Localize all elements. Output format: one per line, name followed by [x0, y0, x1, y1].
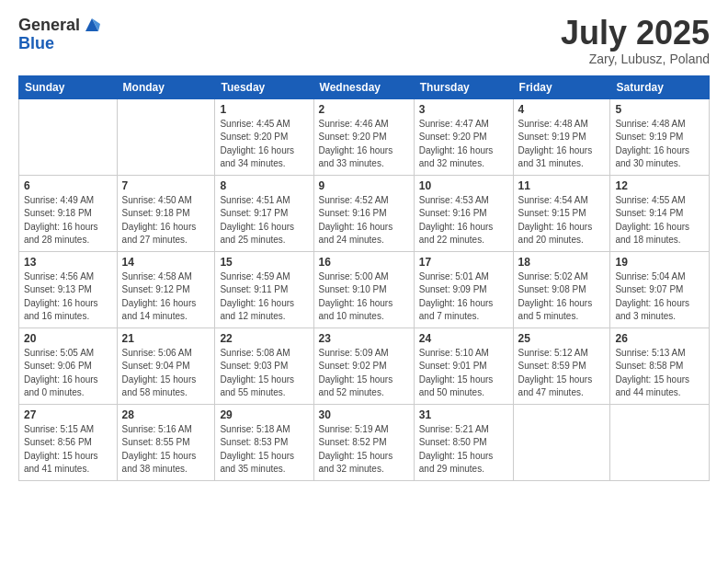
- calendar-week-row: 1Sunrise: 4:45 AM Sunset: 9:20 PM Daylig…: [19, 98, 710, 175]
- table-row: 11Sunrise: 4:54 AM Sunset: 9:15 PM Dayli…: [513, 175, 610, 251]
- table-row: 12Sunrise: 4:55 AM Sunset: 9:14 PM Dayli…: [610, 175, 710, 251]
- day-info: Sunrise: 4:59 AM Sunset: 9:11 PM Dayligh…: [220, 270, 308, 324]
- day-info: Sunrise: 4:47 AM Sunset: 9:20 PM Dayligh…: [419, 118, 508, 171]
- day-number: 21: [122, 332, 210, 345]
- calendar-week-row: 13Sunrise: 4:56 AM Sunset: 9:13 PM Dayli…: [19, 251, 710, 327]
- title-block: July 2025 Zary, Lubusz, Poland: [561, 15, 710, 66]
- day-number: 30: [319, 408, 409, 421]
- day-info: Sunrise: 5:16 AM Sunset: 8:55 PM Dayligh…: [122, 423, 210, 477]
- day-info: Sunrise: 4:46 AM Sunset: 9:20 PM Dayligh…: [319, 118, 409, 171]
- day-number: 27: [24, 408, 112, 421]
- day-number: 13: [24, 256, 112, 269]
- day-info: Sunrise: 5:10 AM Sunset: 9:01 PM Dayligh…: [419, 347, 508, 400]
- day-info: Sunrise: 5:04 AM Sunset: 9:07 PM Dayligh…: [615, 270, 704, 324]
- header: General Blue July 2025 Zary, Lubusz, Pol…: [18, 15, 710, 66]
- day-number: 7: [122, 179, 210, 192]
- day-number: 1: [220, 103, 308, 116]
- table-row: 15Sunrise: 4:59 AM Sunset: 9:11 PM Dayli…: [215, 251, 313, 327]
- table-row: 10Sunrise: 4:53 AM Sunset: 9:16 PM Dayli…: [414, 175, 513, 251]
- calendar-week-row: 27Sunrise: 5:15 AM Sunset: 8:56 PM Dayli…: [19, 404, 710, 480]
- table-row: [513, 404, 610, 480]
- calendar: Sunday Monday Tuesday Wednesday Thursday…: [18, 75, 710, 481]
- day-number: 5: [615, 103, 704, 116]
- location: Zary, Lubusz, Poland: [561, 52, 710, 66]
- table-row: 1Sunrise: 4:45 AM Sunset: 9:20 PM Daylig…: [215, 98, 313, 175]
- day-number: 15: [220, 256, 308, 269]
- table-row: [19, 98, 118, 175]
- day-number: 31: [419, 408, 508, 421]
- day-number: 4: [518, 103, 606, 116]
- table-row: 6Sunrise: 4:49 AM Sunset: 9:18 PM Daylig…: [19, 175, 118, 251]
- table-row: [610, 404, 710, 480]
- day-info: Sunrise: 4:51 AM Sunset: 9:17 PM Dayligh…: [220, 194, 308, 247]
- day-number: 6: [24, 179, 112, 192]
- day-number: 10: [419, 179, 508, 192]
- day-info: Sunrise: 5:12 AM Sunset: 8:59 PM Dayligh…: [518, 347, 606, 400]
- table-row: 3Sunrise: 4:47 AM Sunset: 9:20 PM Daylig…: [414, 98, 513, 175]
- day-info: Sunrise: 4:55 AM Sunset: 9:14 PM Dayligh…: [615, 194, 704, 247]
- table-row: 20Sunrise: 5:05 AM Sunset: 9:06 PM Dayli…: [19, 327, 118, 404]
- day-info: Sunrise: 4:52 AM Sunset: 9:16 PM Dayligh…: [319, 194, 409, 247]
- day-info: Sunrise: 5:02 AM Sunset: 9:08 PM Dayligh…: [518, 270, 606, 324]
- day-number: 29: [220, 408, 308, 421]
- table-row: 29Sunrise: 5:18 AM Sunset: 8:53 PM Dayli…: [215, 404, 313, 480]
- day-info: Sunrise: 4:50 AM Sunset: 9:18 PM Dayligh…: [122, 194, 210, 247]
- day-number: 17: [419, 256, 508, 269]
- logo-icon: [82, 15, 102, 35]
- header-monday: Monday: [117, 75, 215, 98]
- day-number: 24: [419, 332, 508, 345]
- table-row: 13Sunrise: 4:56 AM Sunset: 9:13 PM Dayli…: [19, 251, 118, 327]
- logo: General Blue: [18, 15, 102, 52]
- day-number: 16: [319, 256, 409, 269]
- day-info: Sunrise: 4:45 AM Sunset: 9:20 PM Dayligh…: [220, 118, 308, 171]
- day-info: Sunrise: 5:09 AM Sunset: 9:02 PM Dayligh…: [319, 347, 409, 400]
- day-info: Sunrise: 5:21 AM Sunset: 8:50 PM Dayligh…: [419, 423, 508, 477]
- day-number: 28: [122, 408, 210, 421]
- logo-general: General: [18, 17, 80, 33]
- day-info: Sunrise: 5:01 AM Sunset: 9:09 PM Dayligh…: [419, 270, 508, 324]
- day-number: 26: [615, 332, 704, 345]
- day-info: Sunrise: 5:05 AM Sunset: 9:06 PM Dayligh…: [24, 347, 112, 400]
- day-info: Sunrise: 5:08 AM Sunset: 9:03 PM Dayligh…: [220, 347, 308, 400]
- header-wednesday: Wednesday: [313, 75, 414, 98]
- day-number: 12: [615, 179, 704, 192]
- table-row: 25Sunrise: 5:12 AM Sunset: 8:59 PM Dayli…: [513, 327, 610, 404]
- day-info: Sunrise: 4:49 AM Sunset: 9:18 PM Dayligh…: [24, 194, 112, 247]
- day-info: Sunrise: 4:48 AM Sunset: 9:19 PM Dayligh…: [615, 118, 704, 171]
- table-row: 21Sunrise: 5:06 AM Sunset: 9:04 PM Dayli…: [117, 327, 215, 404]
- day-info: Sunrise: 5:06 AM Sunset: 9:04 PM Dayligh…: [122, 347, 210, 400]
- page: General Blue July 2025 Zary, Lubusz, Pol…: [0, 0, 728, 563]
- day-number: 20: [24, 332, 112, 345]
- day-info: Sunrise: 5:18 AM Sunset: 8:53 PM Dayligh…: [220, 423, 308, 477]
- header-saturday: Saturday: [610, 75, 710, 98]
- day-number: 9: [319, 179, 409, 192]
- table-row: 2Sunrise: 4:46 AM Sunset: 9:20 PM Daylig…: [313, 98, 414, 175]
- day-number: 3: [419, 103, 508, 116]
- table-row: 17Sunrise: 5:01 AM Sunset: 9:09 PM Dayli…: [414, 251, 513, 327]
- table-row: 18Sunrise: 5:02 AM Sunset: 9:08 PM Dayli…: [513, 251, 610, 327]
- day-number: 11: [518, 179, 606, 192]
- month-title: July 2025: [561, 15, 710, 52]
- day-number: 14: [122, 256, 210, 269]
- table-row: 22Sunrise: 5:08 AM Sunset: 9:03 PM Dayli…: [215, 327, 313, 404]
- table-row: 27Sunrise: 5:15 AM Sunset: 8:56 PM Dayli…: [19, 404, 118, 480]
- day-info: Sunrise: 4:48 AM Sunset: 9:19 PM Dayligh…: [518, 118, 606, 171]
- day-number: 8: [220, 179, 308, 192]
- day-info: Sunrise: 4:54 AM Sunset: 9:15 PM Dayligh…: [518, 194, 606, 247]
- logo-blue: Blue: [18, 34, 54, 52]
- table-row: 24Sunrise: 5:10 AM Sunset: 9:01 PM Dayli…: [414, 327, 513, 404]
- header-tuesday: Tuesday: [215, 75, 313, 98]
- day-number: 19: [615, 256, 704, 269]
- day-info: Sunrise: 4:53 AM Sunset: 9:16 PM Dayligh…: [419, 194, 508, 247]
- table-row: [117, 98, 215, 175]
- day-number: 23: [319, 332, 409, 345]
- day-number: 25: [518, 332, 606, 345]
- table-row: 23Sunrise: 5:09 AM Sunset: 9:02 PM Dayli…: [313, 327, 414, 404]
- table-row: 16Sunrise: 5:00 AM Sunset: 9:10 PM Dayli…: [313, 251, 414, 327]
- day-info: Sunrise: 4:56 AM Sunset: 9:13 PM Dayligh…: [24, 270, 112, 324]
- day-info: Sunrise: 5:15 AM Sunset: 8:56 PM Dayligh…: [24, 423, 112, 477]
- table-row: 14Sunrise: 4:58 AM Sunset: 9:12 PM Dayli…: [117, 251, 215, 327]
- table-row: 19Sunrise: 5:04 AM Sunset: 9:07 PM Dayli…: [610, 251, 710, 327]
- table-row: 7Sunrise: 4:50 AM Sunset: 9:18 PM Daylig…: [117, 175, 215, 251]
- weekday-header-row: Sunday Monday Tuesday Wednesday Thursday…: [19, 75, 710, 98]
